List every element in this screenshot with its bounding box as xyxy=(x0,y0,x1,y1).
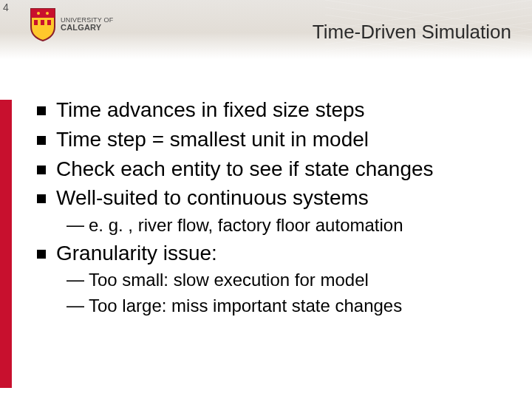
square-bullet-icon xyxy=(37,194,46,203)
red-strip xyxy=(0,100,12,388)
svg-point-14 xyxy=(37,12,40,15)
svg-rect-12 xyxy=(41,20,44,25)
logo: UNIVERSITY OF CALGARY xyxy=(30,7,113,41)
square-bullet-icon xyxy=(37,250,46,259)
logo-line2: CALGARY xyxy=(61,24,113,33)
sub-bullet-text: e. g. , river flow, factory floor automa… xyxy=(89,214,403,237)
slide-title: Time-Driven Simulation xyxy=(313,21,511,44)
bullet-text: Check each entity to see if state change… xyxy=(56,155,434,183)
sub-bullet-item: — e. g. , river flow, factory floor auto… xyxy=(66,214,510,237)
sub-bullet-text: Too large: miss important state changes xyxy=(89,294,402,318)
page-number: 4 xyxy=(3,1,9,13)
bullet-text: Time step = smallest unit in model xyxy=(56,126,369,154)
dash-bullet-icon: — xyxy=(66,214,84,235)
square-bullet-icon xyxy=(37,166,46,174)
sub-bullet-item: — Too large: miss important state change… xyxy=(66,294,510,318)
svg-rect-13 xyxy=(47,20,51,25)
bullet-text: Granularity issue: xyxy=(56,239,217,267)
square-bullet-icon xyxy=(37,106,46,115)
svg-point-15 xyxy=(46,12,49,15)
sub-bullet-text: Too small: slow execution for model xyxy=(89,268,369,292)
bullet-text: Well-suited to continuous systems xyxy=(56,184,369,212)
bullet-item: Granularity issue: xyxy=(37,239,510,267)
dash-bullet-icon: — xyxy=(66,269,84,290)
dash-bullet-icon: — xyxy=(66,295,84,316)
bullet-item: Time step = smallest unit in model xyxy=(37,126,510,154)
bullet-item: Check each entity to see if state change… xyxy=(37,155,510,183)
sub-bullet-item: — Too small: slow execution for model xyxy=(66,268,510,292)
sub-rest: river flow, factory floor automation xyxy=(138,215,403,235)
square-bullet-icon xyxy=(37,136,46,145)
svg-rect-11 xyxy=(34,20,38,25)
calgary-shield-icon xyxy=(30,7,56,41)
content-body: Time advances in fixed size steps Time s… xyxy=(37,96,510,319)
bullet-item: Well-suited to continuous systems xyxy=(37,184,510,212)
sub-prefix: e. g. , xyxy=(89,215,138,235)
bullet-item: Time advances in fixed size steps xyxy=(37,96,510,124)
logo-text: UNIVERSITY OF CALGARY xyxy=(61,17,113,33)
bullet-text: Time advances in fixed size steps xyxy=(56,96,365,124)
slide: 4 UNIVERSITY OF CALGARY Time-Driven Simu… xyxy=(0,0,532,399)
